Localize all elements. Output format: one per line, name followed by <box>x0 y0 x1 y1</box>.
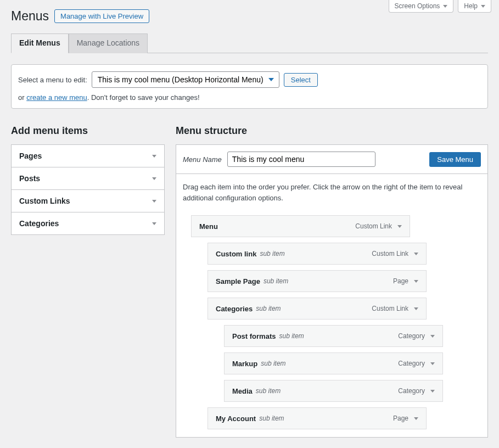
create-new-menu-link[interactable]: create a new menu <box>26 93 87 102</box>
accordion-item-pages[interactable]: Pages <box>12 145 164 167</box>
structure-desc: Drag each item into the order you prefer… <box>183 182 481 203</box>
caret-down-icon[interactable] <box>430 362 435 365</box>
live-preview-button[interactable]: Manage with Live Preview <box>54 9 149 23</box>
tabs: Edit Menus Manage Locations <box>11 33 488 53</box>
menu-item-title: Post formats <box>232 332 276 340</box>
caret-down-icon <box>481 5 485 8</box>
menu-item-sub: sub item <box>263 277 288 285</box>
accordion-item-label: Posts <box>19 174 40 183</box>
screen-options-button[interactable]: Screen Options <box>389 0 454 13</box>
menu-structure-panel: Menu Name Save Menu Drag each item into … <box>176 144 488 438</box>
caret-down-icon <box>152 222 156 225</box>
menu-select[interactable]: This is my cool menu (Desktop Horizontal… <box>92 71 279 88</box>
menu-item[interactable]: Post formatssub itemCategory <box>224 325 443 347</box>
menu-item[interactable]: MenuCustom Link <box>191 215 410 237</box>
caret-down-icon <box>152 200 156 203</box>
menu-item-title: Categories <box>216 305 253 313</box>
accordion-item-label: Pages <box>19 152 42 160</box>
or-suffix: . Don't forget to save your changes! <box>87 93 200 102</box>
page-title: Menus <box>11 9 49 24</box>
save-menu-button[interactable]: Save Menu <box>429 152 481 167</box>
menu-name-label: Menu Name <box>183 155 222 164</box>
caret-down-icon <box>152 155 156 158</box>
screen-options-label: Screen Options <box>395 2 440 10</box>
menu-item-title: My Account <box>216 415 256 423</box>
accordion-item-posts[interactable]: Posts <box>12 167 164 190</box>
menu-item-type: Category <box>398 332 425 340</box>
menu-item-title: Menu <box>199 222 218 231</box>
menu-item-title: Media <box>232 387 253 395</box>
menu-item-title: Markup <box>232 360 257 368</box>
add-items-heading: Add menu items <box>11 125 165 137</box>
tab-manage-locations[interactable]: Manage Locations <box>69 33 148 53</box>
menu-item-type: Custom Link <box>355 222 392 230</box>
menu-item-sub: sub item <box>259 415 284 422</box>
menu-item-title: Sample Page <box>216 277 260 285</box>
caret-down-icon[interactable] <box>414 307 418 310</box>
help-label: Help <box>464 2 478 10</box>
menu-item[interactable]: Custom linksub itemCustom Link <box>208 243 427 265</box>
caret-down-icon[interactable] <box>430 335 435 338</box>
caret-down-icon[interactable] <box>414 280 418 283</box>
accordion-item-label: Categories <box>19 219 59 228</box>
menu-name-input[interactable] <box>227 152 375 167</box>
menu-item-title: Custom link <box>216 250 256 258</box>
menu-item-type: Page <box>393 415 408 422</box>
menu-item[interactable]: Categoriessub itemCustom Link <box>208 298 427 320</box>
menu-item[interactable]: Mediasub itemCategory <box>224 380 443 402</box>
menu-item-type: Category <box>398 387 425 395</box>
menu-item-type: Page <box>393 277 408 285</box>
menu-item-sub: sub item <box>256 387 281 395</box>
caret-down-icon[interactable] <box>430 390 435 393</box>
menu-item-sub: sub item <box>260 250 284 257</box>
menu-item-type: Custom Link <box>372 305 408 312</box>
create-menu-text: or create a new menu. Don't forget to sa… <box>18 93 481 102</box>
menu-structure-heading: Menu structure <box>176 125 488 137</box>
menu-item-sub: sub item <box>256 305 281 312</box>
menu-item-type: Custom Link <box>372 250 408 257</box>
menu-item-type: Category <box>398 360 425 367</box>
menu-item-sub: sub item <box>261 360 285 367</box>
tab-edit-menus[interactable]: Edit Menus <box>11 33 69 53</box>
accordion: PagesPostsCustom LinksCategories <box>11 144 165 235</box>
accordion-item-label: Custom Links <box>19 197 70 205</box>
select-button[interactable]: Select <box>284 73 318 87</box>
caret-down-icon <box>152 177 156 180</box>
caret-down-icon <box>443 5 447 8</box>
caret-down-icon[interactable] <box>397 225 402 228</box>
caret-down-icon[interactable] <box>414 417 418 420</box>
select-menu-label: Select a menu to edit: <box>18 76 87 84</box>
menu-item[interactable]: My Accountsub itemPage <box>208 407 427 429</box>
help-button[interactable]: Help <box>458 0 491 13</box>
select-panel: Select a menu to edit: This is my cool m… <box>11 64 488 109</box>
menu-list: MenuCustom LinkCustom linksub itemCustom… <box>183 215 481 429</box>
accordion-item-categories[interactable]: Categories <box>12 212 164 234</box>
or-prefix: or <box>18 93 26 102</box>
menu-item[interactable]: Sample Pagesub itemPage <box>208 270 427 292</box>
caret-down-icon[interactable] <box>414 253 418 255</box>
menu-item[interactable]: Markupsub itemCategory <box>224 352 443 374</box>
menu-item-sub: sub item <box>279 332 304 340</box>
accordion-item-custom-links[interactable]: Custom Links <box>12 190 164 212</box>
